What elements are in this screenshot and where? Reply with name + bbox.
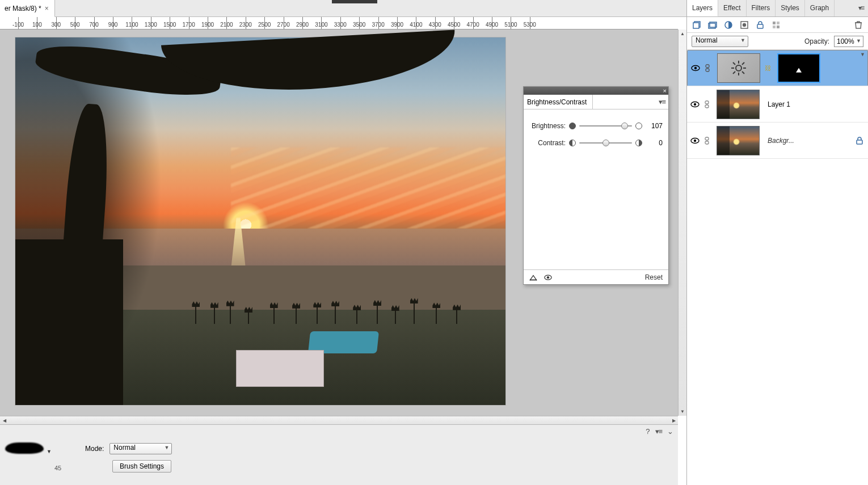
svg-rect-10 [773,22,776,24]
layer-tools-row [687,17,868,33]
brush-size-readout: 45 [54,465,61,471]
help-icon[interactable]: ? [646,427,650,436]
link-icon[interactable] [704,100,712,108]
blend-mode-value: Normal [696,36,718,44]
adjustment-thumbnail[interactable] [717,53,760,83]
low-contrast-icon[interactable] [569,140,576,146]
adjustment-layer-icon[interactable] [723,20,734,30]
svg-point-2 [547,276,549,279]
contrast-slider[interactable] [579,139,632,147]
layer-name[interactable]: Layer 1 [764,100,865,108]
new-group-icon[interactable] [707,20,718,30]
layer-thumbnail[interactable] [717,90,760,119]
mode-value: Normal [113,444,136,452]
brightness-slider[interactable] [579,122,632,130]
add-mask-icon[interactable] [739,20,749,30]
brush-preview[interactable] [0,438,49,458]
panel-tabs: Layers Effect Filters Styles Graph ▾≡ [687,0,868,17]
mode-select[interactable]: Normal [109,443,172,454]
white-point-icon[interactable] [635,123,642,129]
layer-row-layer1[interactable]: Layer 1 [687,86,868,123]
visibility-toggle-icon[interactable] [690,137,700,144]
brush-settings-button[interactable]: Brush Settings [112,460,171,473]
tab-graph[interactable]: Graph [805,0,835,16]
layer-fx-icon[interactable] [771,20,781,30]
svg-rect-16 [706,65,709,68]
layer-list: ⛓ Layer 1 Backgr... [687,50,868,159]
brightness-row: Brightness: 107 [528,117,663,134]
scroll-up-icon[interactable]: ▲ [679,29,686,38]
brush-settings-label: Brush Settings [120,462,164,470]
document-tab[interactable]: er Mask/8) * × [0,0,55,17]
brightness-label: Brightness: [528,122,566,130]
preview-toggle-icon[interactable] [544,274,552,281]
layer-row-adjustment[interactable]: ⛓ [687,50,868,86]
options-menu-icon[interactable]: ▾≡ [655,427,661,436]
visibility-toggle-icon[interactable] [690,101,700,108]
contrast-value: 0 [646,139,663,147]
dialog-titlebar[interactable]: × [524,87,668,95]
svg-point-28 [694,103,696,105]
top-dark-strip [332,0,377,3]
svg-line-25 [742,62,744,65]
svg-line-24 [742,71,744,74]
scroll-down-icon[interactable]: ▼ [679,407,686,416]
opacity-value: 100% [837,37,854,45]
dialog-close-icon[interactable]: × [663,87,667,95]
tab-styles[interactable]: Styles [776,0,805,16]
delete-layer-icon[interactable] [853,20,863,30]
lock-layer-icon[interactable] [755,20,765,30]
tab-layers[interactable]: Layers [687,0,718,16]
black-point-icon[interactable] [569,123,576,129]
scroll-left-icon[interactable]: ◀ [0,416,9,424]
close-icon[interactable]: × [45,0,49,17]
vertical-scrollbar[interactable]: ▲ ▼ [678,29,686,416]
svg-point-15 [694,67,697,69]
brush-preset-dropdown-icon[interactable]: ▼ [47,449,52,454]
horizontal-ruler: -100100300500700900110013001500170019002… [0,17,678,29]
svg-point-8 [743,23,746,26]
layer-row-background[interactable]: Backgr... [687,123,868,159]
panel-menu-icon[interactable]: ▾≡ [854,0,868,16]
layer-thumbnail[interactable] [717,126,760,155]
mask-link-icon[interactable]: ⛓ [765,65,769,71]
scroll-right-icon[interactable]: ▶ [669,416,678,424]
clip-to-layer-icon[interactable] [529,274,537,281]
opacity-input[interactable]: 100% [834,36,863,47]
collapse-icon[interactable]: ⌄ [667,427,673,436]
svg-rect-33 [705,137,709,140]
layer-name[interactable]: Backgr... [764,137,851,145]
layer-mask-thumbnail[interactable] [777,53,820,83]
high-contrast-icon[interactable] [635,140,642,146]
blend-opacity-row: Normal Opacity: 100% [687,33,868,50]
contrast-label: Contrast: [528,139,566,147]
tool-options-bar: ? ▾≡ ⌄ ▼ 45 Mode: Normal Brush Settings [0,424,678,485]
dialog-footer: Reset [524,269,668,284]
brightness-contrast-dialog: × Brightness/Contrast ▾≡ Brightness: 107… [523,86,669,285]
reset-button[interactable]: Reset [645,273,663,281]
tab-effect[interactable]: Effect [718,0,746,16]
svg-rect-29 [705,101,709,104]
svg-rect-0 [530,279,537,280]
svg-rect-11 [777,22,779,24]
link-icon[interactable] [704,137,712,145]
svg-rect-9 [757,24,763,28]
svg-line-26 [733,71,735,74]
tab-filters[interactable]: Filters [747,0,776,16]
link-icon[interactable] [705,64,713,72]
dialog-header: Brightness/Contrast ▾≡ [524,95,668,109]
dialog-menu-icon[interactable]: ▾≡ [659,98,665,106]
svg-line-23 [733,62,735,65]
lock-icon [856,136,865,145]
horizontal-scrollbar[interactable]: ◀ ▶ [0,416,678,424]
visibility-toggle-icon[interactable] [691,65,700,71]
svg-rect-34 [705,141,709,144]
contrast-row: Contrast: 0 [528,134,663,151]
svg-rect-35 [857,140,862,144]
dialog-title: Brightness/Contrast [527,95,593,109]
svg-point-32 [694,139,696,141]
opacity-label: Opacity: [804,37,829,45]
new-layer-icon[interactable] [692,20,702,30]
layers-panel: Layers Effect Filters Styles Graph ▾≡ No… [686,0,868,485]
blend-mode-select[interactable]: Normal [692,36,748,47]
